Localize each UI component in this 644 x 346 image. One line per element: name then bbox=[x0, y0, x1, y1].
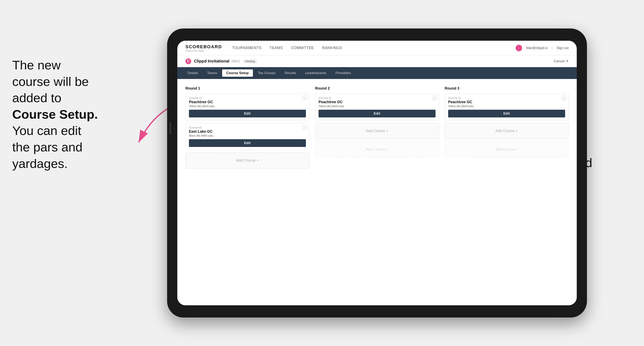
round-2-header: Round 2 bbox=[315, 86, 439, 91]
round-2-add-course-disabled: Add Course + bbox=[315, 142, 439, 158]
user-avatar bbox=[516, 45, 522, 51]
round-2-course-a-delete[interactable]: □ bbox=[432, 96, 437, 100]
round-1-course-a-label: (Course A) bbox=[189, 96, 306, 100]
tab-results[interactable]: Results bbox=[280, 69, 300, 77]
annotation-line2: course will be bbox=[12, 74, 89, 89]
round-3-course-a-edit[interactable]: Edit bbox=[448, 110, 565, 117]
round-1-course-a-card: □ (Course A) Peachtree GC Yellow (M) (66… bbox=[186, 93, 309, 121]
round-1-course-b-label: (Course B) bbox=[189, 126, 306, 129]
round-1-course-b-edit[interactable]: Edit bbox=[189, 139, 306, 147]
tabs-bar: Details Teams Course Setup Tee Groups Re… bbox=[177, 67, 577, 79]
top-nav-right: blair@clippd.io | Sign out bbox=[516, 45, 568, 51]
round-1-header: Round 1 bbox=[186, 86, 309, 91]
clippd-logo: C bbox=[186, 58, 191, 64]
annotation-line4: Course Setup. bbox=[12, 107, 98, 121]
annotation-line1: The new bbox=[12, 58, 61, 72]
round-1-course-b-tee: Black (M) (6891 yds) bbox=[189, 134, 306, 137]
tablet-frame: SCOREBOARD Powered by clippd TOURNAMENTS… bbox=[167, 28, 587, 318]
tab-tee-groups[interactable]: Tee Groups bbox=[254, 69, 280, 77]
round-3-course-a-name: Peachtree GC bbox=[448, 100, 565, 104]
tab-teams[interactable]: Teams bbox=[203, 69, 221, 77]
round-2-add-course-enabled[interactable]: Add Course + bbox=[315, 123, 439, 139]
round-3-header: Round 3 bbox=[445, 86, 568, 91]
scoreboard-logo: SCOREBOARD Powered by clippd bbox=[186, 44, 222, 52]
annotation-line6: the pars and bbox=[12, 140, 82, 154]
user-email: blair@clippd.io bbox=[526, 46, 548, 50]
nav-teams[interactable]: TEAMS bbox=[270, 46, 283, 50]
nav-committee[interactable]: COMMITTEE bbox=[291, 46, 314, 50]
tab-details[interactable]: Details bbox=[184, 69, 202, 77]
round-2-course-a-edit[interactable]: Edit bbox=[318, 110, 436, 117]
top-nav: SCOREBOARD Powered by clippd TOURNAMENTS… bbox=[177, 41, 577, 55]
sign-out-link[interactable]: Sign out bbox=[556, 46, 568, 50]
annotation-line7: yardages. bbox=[12, 157, 68, 171]
round-3-add-course-enabled[interactable]: Add Course + bbox=[445, 123, 568, 139]
tournament-gender: (Men) bbox=[231, 59, 240, 63]
round-1-course-a-delete[interactable]: □ bbox=[303, 96, 307, 100]
round-1-course-b-name: East Lake GC bbox=[189, 130, 306, 134]
tournament-name: Clippd Invitational bbox=[194, 59, 229, 63]
sub-header: C Clippd Invitational (Men) Hosting Canc… bbox=[177, 55, 577, 67]
top-nav-links: TOURNAMENTS TEAMS COMMITTEE RANKINGS bbox=[232, 46, 516, 50]
round-3-course-a-delete[interactable]: □ bbox=[562, 96, 566, 100]
round-2-course-a-name: Peachtree GC bbox=[318, 100, 436, 104]
nav-tournaments[interactable]: TOURNAMENTS bbox=[232, 46, 262, 50]
rounds-grid: Round 1 □ (Course A) Peachtree GC Yellow… bbox=[186, 86, 568, 171]
hosting-badge: Hosting bbox=[243, 59, 257, 63]
logo-sub: Powered by clippd bbox=[186, 49, 222, 52]
tab-leaderboards[interactable]: Leaderboards bbox=[301, 69, 330, 77]
annotation-line5: You can edit bbox=[12, 124, 81, 138]
round-3-course-a-tee: Yellow (M) (6629 yds) bbox=[448, 105, 565, 108]
annotation-left: The new course will be added to Course S… bbox=[12, 57, 143, 172]
cancel-button[interactable]: Cancel ✕ bbox=[554, 59, 568, 63]
round-2-course-a-card: □ (Course A) Peachtree GC Yellow (M) (66… bbox=[315, 93, 439, 121]
round-1-course-a-edit[interactable]: Edit bbox=[189, 110, 306, 117]
round-1-course-b-card: □ (Course B) East Lake GC Black (M) (689… bbox=[186, 123, 309, 150]
round-2-course-a-tee: Yellow (M) (6629 yds) bbox=[318, 105, 436, 108]
main-content: Round 1 □ (Course A) Peachtree GC Yellow… bbox=[177, 79, 577, 305]
nav-rankings[interactable]: RANKINGS bbox=[322, 46, 342, 50]
round-1-column: Round 1 □ (Course A) Peachtree GC Yellow… bbox=[186, 86, 309, 171]
round-3-course-a-label: (Course A) bbox=[448, 96, 565, 100]
round-3-course-a-card: □ (Course A) Peachtree GC Yellow (M) (66… bbox=[445, 93, 568, 121]
round-1-add-course[interactable]: Add Course + bbox=[186, 153, 309, 169]
round-3-add-course-disabled: Add Course + bbox=[445, 142, 568, 158]
logo-text: SCOREBOARD bbox=[186, 44, 222, 49]
tab-printables[interactable]: Printables bbox=[331, 69, 355, 77]
nav-separator: | bbox=[552, 46, 552, 50]
tablet-screen: SCOREBOARD Powered by clippd TOURNAMENTS… bbox=[177, 41, 577, 305]
round-3-column: Round 3 □ (Course A) Peachtree GC Yellow… bbox=[445, 86, 568, 171]
tab-course-setup[interactable]: Course Setup bbox=[222, 69, 253, 77]
round-1-course-a-tee: Yellow (M) (6629 yds) bbox=[189, 105, 306, 108]
round-1-course-b-delete[interactable]: □ bbox=[303, 125, 307, 130]
round-2-column: Round 2 □ (Course A) Peachtree GC Yellow… bbox=[315, 86, 439, 171]
round-2-course-a-label: (Course A) bbox=[318, 96, 436, 100]
round-1-course-a-name: Peachtree GC bbox=[189, 100, 306, 104]
annotation-line3: added to bbox=[12, 91, 61, 105]
